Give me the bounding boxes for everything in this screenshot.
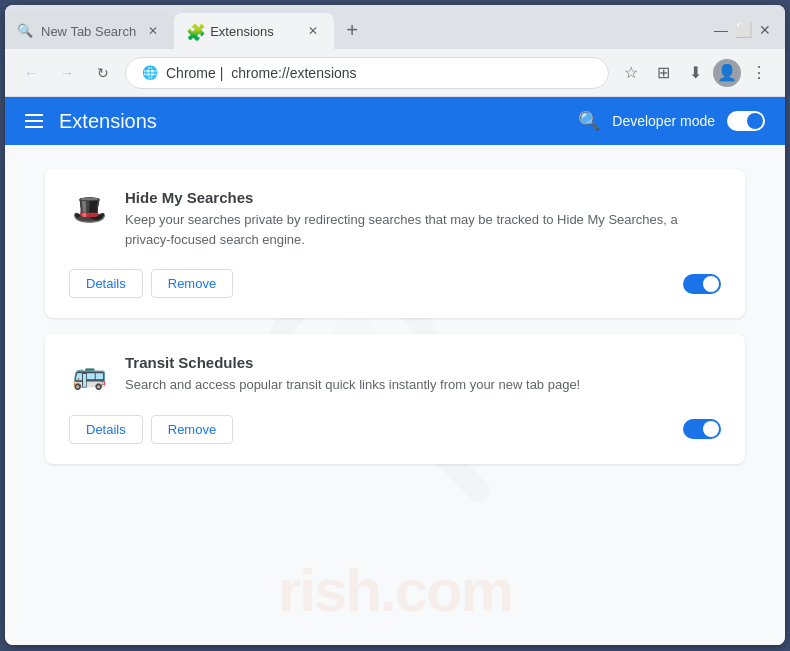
ext-1-info: Hide My Searches Keep your searches priv… [125, 189, 721, 249]
ext-2-info: Transit Schedules Search and access popu… [125, 354, 721, 395]
address-path: chrome://extensions [231, 65, 356, 81]
address-actions: ☆ ⊞ ⬇ 👤 ⋮ [617, 59, 773, 87]
ext-2-description: Search and access popular transit quick … [125, 375, 721, 395]
tab-2-close[interactable]: ✕ [304, 22, 322, 40]
ext-1-icon: 🎩 [69, 189, 109, 229]
ext-2-toggle[interactable] [683, 419, 721, 439]
avatar-icon: 👤 [717, 63, 737, 82]
tab-2[interactable]: 🧩 Extensions ✕ [174, 13, 334, 49]
address-input[interactable]: 🌐 Chrome | chrome://extensions [125, 57, 609, 89]
tab-1-title: New Tab Search [41, 24, 136, 39]
ext-header-left: Extensions [25, 110, 157, 133]
tab-1-close[interactable]: ✕ [144, 22, 162, 40]
hamburger-menu[interactable] [25, 114, 43, 128]
menu-button[interactable]: ⋮ [745, 59, 773, 87]
screenshot-button[interactable]: ⊞ [649, 59, 677, 87]
address-globe-icon: 🌐 [142, 65, 158, 80]
download-button[interactable]: ⬇ [681, 59, 709, 87]
window-controls: — ⬜ ✕ [713, 11, 785, 49]
avatar-button[interactable]: 👤 [713, 59, 741, 87]
address-bar: ← → ↻ 🌐 Chrome | chrome://extensions ☆ ⊞… [5, 49, 785, 97]
search-icon[interactable]: 🔍 [578, 110, 600, 132]
bookmark-button[interactable]: ☆ [617, 59, 645, 87]
ext-card-1-header: 🎩 Hide My Searches Keep your searches pr… [69, 189, 721, 249]
ext-2-details-button[interactable]: Details [69, 415, 143, 444]
back-button[interactable]: ← [17, 59, 45, 87]
ext-card-2-header: 🚌 Transit Schedules Search and access po… [69, 354, 721, 395]
watermark-text: rish.com [278, 556, 512, 625]
reload-button[interactable]: ↻ [89, 59, 117, 87]
ext-2-name: Transit Schedules [125, 354, 721, 371]
ext-1-description: Keep your searches private by redirectin… [125, 210, 721, 249]
developer-mode-label: Developer mode [612, 113, 715, 129]
hamburger-line-1 [25, 114, 43, 116]
ext-header-right: 🔍 Developer mode [578, 110, 765, 132]
title-bar: 🔍 New Tab Search ✕ 🧩 Extensions ✕ + — ⬜ … [5, 5, 785, 49]
extension-card-2: 🚌 Transit Schedules Search and access po… [45, 334, 745, 464]
extensions-content: rish.com 🎩 Hide My Searches Keep your se… [5, 145, 785, 645]
developer-mode-toggle[interactable] [727, 111, 765, 131]
ext-1-details-button[interactable]: Details [69, 269, 143, 298]
ext-card-2-footer: Details Remove [69, 415, 721, 444]
address-domain: Chrome | [166, 65, 223, 81]
ext-card-1-footer: Details Remove [69, 269, 721, 298]
hamburger-line-3 [25, 126, 43, 128]
forward-button[interactable]: → [53, 59, 81, 87]
ext-1-toggle[interactable] [683, 274, 721, 294]
maximize-button[interactable]: ⬜ [735, 22, 751, 38]
ext-1-name: Hide My Searches [125, 189, 721, 206]
tab-2-icon: 🧩 [186, 23, 202, 39]
browser-window: 🔍 New Tab Search ✕ 🧩 Extensions ✕ + — ⬜ … [5, 5, 785, 645]
hamburger-line-2 [25, 120, 43, 122]
extension-card-1: 🎩 Hide My Searches Keep your searches pr… [45, 169, 745, 318]
tab-2-title: Extensions [210, 24, 274, 39]
new-tab-button[interactable]: + [338, 16, 366, 44]
extensions-title: Extensions [59, 110, 157, 133]
tab-1[interactable]: 🔍 New Tab Search ✕ [5, 13, 174, 49]
extensions-header: Extensions 🔍 Developer mode [5, 97, 785, 145]
tab-1-icon: 🔍 [17, 23, 33, 39]
ext-2-remove-button[interactable]: Remove [151, 415, 233, 444]
close-button[interactable]: ✕ [757, 22, 773, 38]
ext-1-remove-button[interactable]: Remove [151, 269, 233, 298]
ext-2-icon: 🚌 [69, 354, 109, 394]
minimize-button[interactable]: — [713, 22, 729, 38]
